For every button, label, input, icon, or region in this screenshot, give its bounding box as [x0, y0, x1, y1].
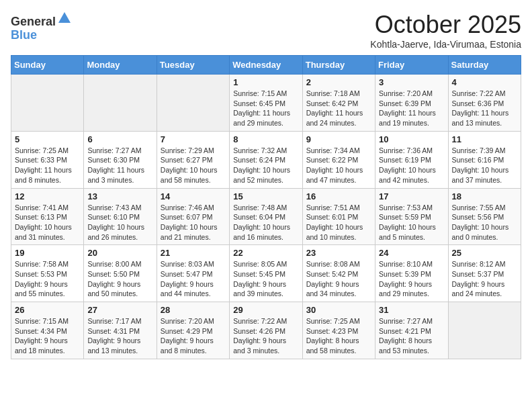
weekday-header-wednesday: Wednesday	[230, 56, 302, 75]
calendar-cell: 22Sunrise: 8:05 AM Sunset: 5:45 PM Dayli…	[230, 245, 302, 302]
day-number: 5	[15, 134, 80, 144]
location-subtitle: Kohtla-Jaerve, Ida-Virumaa, Estonia	[370, 39, 521, 50]
day-number: 26	[15, 305, 80, 315]
day-info: Sunrise: 7:32 AM Sunset: 6:24 PM Dayligh…	[233, 146, 298, 185]
day-info: Sunrise: 7:53 AM Sunset: 5:59 PM Dayligh…	[379, 203, 444, 242]
day-info: Sunrise: 7:22 AM Sunset: 6:36 PM Dayligh…	[452, 89, 517, 128]
day-info: Sunrise: 7:39 AM Sunset: 6:16 PM Dayligh…	[452, 146, 517, 185]
logo: General Blue	[11, 11, 72, 42]
day-number: 15	[233, 191, 298, 201]
day-info: Sunrise: 7:36 AM Sunset: 6:19 PM Dayligh…	[379, 146, 444, 185]
calendar-week-row: 1Sunrise: 7:15 AM Sunset: 6:45 PM Daylig…	[11, 75, 521, 132]
day-info: Sunrise: 8:03 AM Sunset: 5:47 PM Dayligh…	[161, 259, 226, 299]
day-number: 24	[379, 248, 444, 258]
day-info: Sunrise: 7:41 AM Sunset: 6:13 PM Dayligh…	[15, 203, 80, 242]
day-number: 27	[87, 305, 152, 315]
calendar-cell: 27Sunrise: 7:17 AM Sunset: 4:31 PM Dayli…	[84, 302, 157, 359]
logo-icon	[57, 11, 72, 26]
calendar-cell: 4Sunrise: 7:22 AM Sunset: 6:36 PM Daylig…	[448, 75, 521, 132]
day-info: Sunrise: 7:46 AM Sunset: 6:07 PM Dayligh…	[161, 203, 226, 242]
day-number: 21	[161, 248, 226, 258]
day-number: 31	[379, 305, 444, 315]
weekday-header-friday: Friday	[375, 56, 448, 75]
day-info: Sunrise: 7:51 AM Sunset: 6:01 PM Dayligh…	[306, 203, 371, 242]
day-info: Sunrise: 7:27 AM Sunset: 6:30 PM Dayligh…	[87, 146, 152, 185]
calendar-cell: 24Sunrise: 8:10 AM Sunset: 5:39 PM Dayli…	[375, 245, 448, 302]
calendar-cell: 18Sunrise: 7:55 AM Sunset: 5:56 PM Dayli…	[448, 188, 521, 245]
day-number: 6	[87, 134, 152, 144]
weekday-header-sunday: Sunday	[11, 56, 84, 75]
calendar-week-row: 5Sunrise: 7:25 AM Sunset: 6:33 PM Daylig…	[11, 131, 521, 188]
calendar-week-row: 19Sunrise: 7:58 AM Sunset: 5:53 PM Dayli…	[11, 245, 521, 302]
calendar-cell: 10Sunrise: 7:36 AM Sunset: 6:19 PM Dayli…	[375, 131, 448, 188]
calendar-cell: 2Sunrise: 7:18 AM Sunset: 6:42 PM Daylig…	[302, 75, 375, 132]
calendar-cell: 16Sunrise: 7:51 AM Sunset: 6:01 PM Dayli…	[302, 188, 375, 245]
day-number: 22	[233, 248, 298, 258]
calendar-cell	[84, 75, 157, 132]
day-info: Sunrise: 7:20 AM Sunset: 6:39 PM Dayligh…	[379, 89, 444, 128]
day-number: 19	[15, 248, 80, 258]
day-number: 3	[379, 77, 444, 87]
calendar-cell: 6Sunrise: 7:27 AM Sunset: 6:30 PM Daylig…	[84, 131, 157, 188]
day-number: 8	[233, 134, 298, 144]
month-title: October 2025	[370, 11, 521, 39]
weekday-header-row: SundayMondayTuesdayWednesdayThursdayFrid…	[11, 56, 521, 75]
day-info: Sunrise: 7:18 AM Sunset: 6:42 PM Dayligh…	[306, 89, 371, 128]
weekday-header-saturday: Saturday	[448, 56, 521, 75]
day-info: Sunrise: 7:15 AM Sunset: 4:34 PM Dayligh…	[15, 316, 80, 356]
day-number: 14	[161, 191, 226, 201]
day-number: 12	[15, 191, 80, 201]
calendar-cell: 25Sunrise: 8:12 AM Sunset: 5:37 PM Dayli…	[448, 245, 521, 302]
day-number: 9	[306, 134, 371, 144]
day-number: 16	[306, 191, 371, 201]
calendar-cell: 12Sunrise: 7:41 AM Sunset: 6:13 PM Dayli…	[11, 188, 84, 245]
calendar-cell: 8Sunrise: 7:32 AM Sunset: 6:24 PM Daylig…	[230, 131, 302, 188]
page-header: General Blue October 2025 Kohtla-Jaerve,…	[11, 11, 521, 50]
day-info: Sunrise: 7:34 AM Sunset: 6:22 PM Dayligh…	[306, 146, 371, 185]
svg-marker-0	[58, 12, 71, 23]
calendar-cell: 19Sunrise: 7:58 AM Sunset: 5:53 PM Dayli…	[11, 245, 84, 302]
calendar-cell: 3Sunrise: 7:20 AM Sunset: 6:39 PM Daylig…	[375, 75, 448, 132]
calendar-cell: 7Sunrise: 7:29 AM Sunset: 6:27 PM Daylig…	[157, 131, 229, 188]
day-info: Sunrise: 7:48 AM Sunset: 6:04 PM Dayligh…	[233, 203, 298, 242]
calendar-cell: 15Sunrise: 7:48 AM Sunset: 6:04 PM Dayli…	[230, 188, 302, 245]
calendar-cell: 5Sunrise: 7:25 AM Sunset: 6:33 PM Daylig…	[11, 131, 84, 188]
calendar-cell	[11, 75, 84, 132]
day-number: 18	[452, 191, 517, 201]
day-info: Sunrise: 8:00 AM Sunset: 5:50 PM Dayligh…	[87, 259, 152, 299]
weekday-header-thursday: Thursday	[302, 56, 375, 75]
day-info: Sunrise: 7:27 AM Sunset: 4:21 PM Dayligh…	[379, 316, 444, 356]
day-info: Sunrise: 8:10 AM Sunset: 5:39 PM Dayligh…	[379, 259, 444, 299]
day-number: 13	[87, 191, 152, 201]
weekday-header-monday: Monday	[84, 56, 157, 75]
calendar-cell: 14Sunrise: 7:46 AM Sunset: 6:07 PM Dayli…	[157, 188, 229, 245]
day-number: 4	[452, 77, 517, 87]
calendar-cell: 20Sunrise: 8:00 AM Sunset: 5:50 PM Dayli…	[84, 245, 157, 302]
logo-general-text: General	[11, 15, 56, 28]
calendar-cell	[448, 302, 521, 359]
calendar-week-row: 26Sunrise: 7:15 AM Sunset: 4:34 PM Dayli…	[11, 302, 521, 359]
day-number: 17	[379, 191, 444, 201]
day-info: Sunrise: 7:20 AM Sunset: 4:29 PM Dayligh…	[161, 316, 226, 356]
day-info: Sunrise: 7:25 AM Sunset: 4:23 PM Dayligh…	[306, 316, 371, 356]
day-info: Sunrise: 7:15 AM Sunset: 6:45 PM Dayligh…	[233, 89, 298, 128]
calendar-cell: 26Sunrise: 7:15 AM Sunset: 4:34 PM Dayli…	[11, 302, 84, 359]
calendar-cell: 11Sunrise: 7:39 AM Sunset: 6:16 PM Dayli…	[448, 131, 521, 188]
day-number: 23	[306, 248, 371, 258]
day-number: 29	[233, 305, 298, 315]
day-number: 25	[452, 248, 517, 258]
day-info: Sunrise: 8:08 AM Sunset: 5:42 PM Dayligh…	[306, 259, 371, 299]
day-info: Sunrise: 7:17 AM Sunset: 4:31 PM Dayligh…	[87, 316, 152, 356]
calendar-cell: 23Sunrise: 8:08 AM Sunset: 5:42 PM Dayli…	[302, 245, 375, 302]
day-number: 11	[452, 134, 517, 144]
calendar-cell: 17Sunrise: 7:53 AM Sunset: 5:59 PM Dayli…	[375, 188, 448, 245]
day-number: 10	[379, 134, 444, 144]
day-info: Sunrise: 7:43 AM Sunset: 6:10 PM Dayligh…	[87, 203, 152, 242]
logo-blue-text: Blue	[11, 28, 37, 42]
day-info: Sunrise: 7:22 AM Sunset: 4:26 PM Dayligh…	[233, 316, 298, 356]
calendar-cell: 9Sunrise: 7:34 AM Sunset: 6:22 PM Daylig…	[302, 131, 375, 188]
calendar-cell	[157, 75, 229, 132]
day-info: Sunrise: 8:12 AM Sunset: 5:37 PM Dayligh…	[452, 259, 517, 299]
day-number: 28	[161, 305, 226, 315]
calendar-week-row: 12Sunrise: 7:41 AM Sunset: 6:13 PM Dayli…	[11, 188, 521, 245]
